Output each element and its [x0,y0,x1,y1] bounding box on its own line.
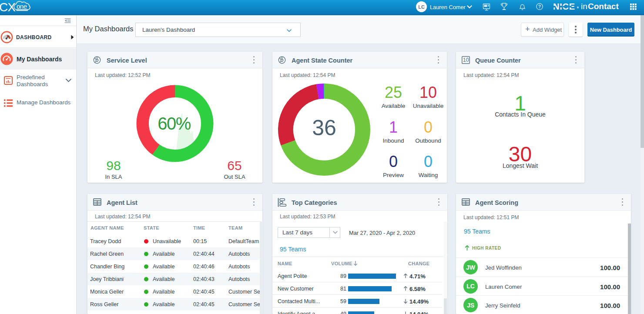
svg-text:one: one [17,3,27,10]
svg-text:in: in [581,2,587,11]
svg-text:10: 10 [463,57,469,63]
svg-text:CX: CX [0,0,16,13]
svg-text:?: ? [538,4,541,9]
svg-text:Contact: Contact [588,2,619,11]
